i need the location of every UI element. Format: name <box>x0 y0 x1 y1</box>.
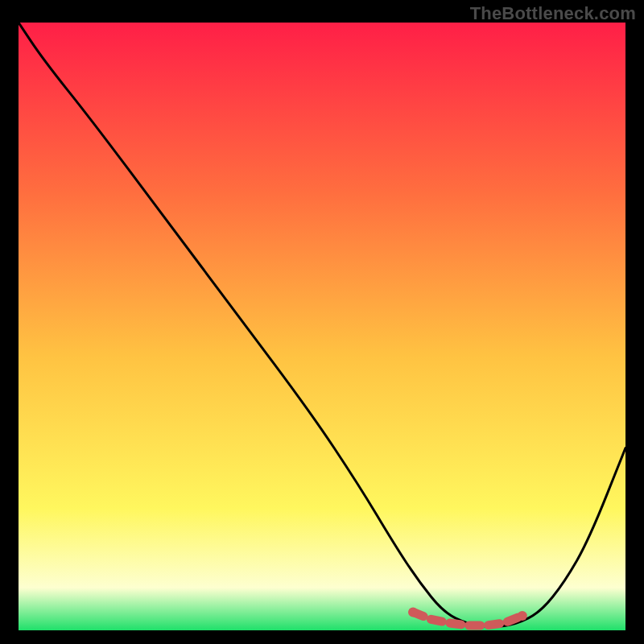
optimal-range-endpoint-1 <box>518 611 527 621</box>
plot-area <box>19 23 625 630</box>
chart-svg <box>19 23 625 630</box>
chart-stage: TheBottleneck.com <box>0 0 644 644</box>
gradient-background <box>19 23 625 630</box>
watermark-text: TheBottleneck.com <box>470 3 636 24</box>
optimal-range-endpoint-0 <box>408 607 418 617</box>
